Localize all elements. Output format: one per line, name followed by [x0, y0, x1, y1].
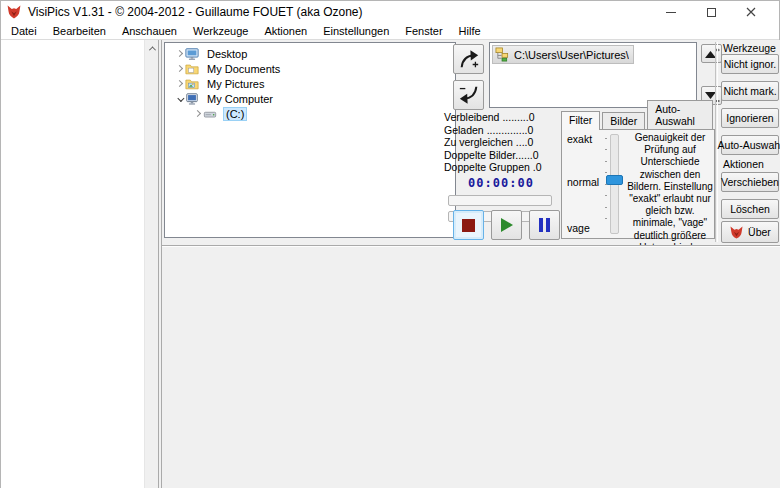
visipics-window: VisiPics V1.31 - © 2004-2012 - Guillaume… [0, 0, 780, 488]
title-bar: VisiPics V1.31 - © 2004-2012 - Guillaume… [1, 1, 779, 23]
stat-duplicate-images: Doppelte Bilder......0 [444, 149, 558, 162]
slider-label-vage: vage [567, 222, 590, 234]
minimize-icon [666, 12, 676, 13]
close-button[interactable] [731, 1, 771, 23]
menu-einstellungen[interactable]: Einstellungen [315, 23, 397, 39]
pictures-folder-icon [185, 77, 201, 91]
computer-icon [185, 92, 201, 106]
about-button[interactable]: Über [721, 221, 779, 243]
folder-tree[interactable]: Desktop My Documents My Pictures My Comp… [164, 42, 456, 238]
stat-remaining: Verbleibend .........0 [444, 111, 558, 124]
unmark-button[interactable]: Nicht mark. [721, 81, 779, 101]
arrow-down-left-minus-icon [458, 84, 480, 106]
auto-select-button[interactable]: Auto-Auswahl [721, 135, 779, 155]
documents-folder-icon [185, 62, 201, 76]
ignore-button[interactable]: Ignorieren [721, 108, 779, 128]
visipics-fox-icon [6, 4, 22, 20]
tree-item-my-documents[interactable]: My Documents [165, 61, 455, 76]
play-button[interactable] [491, 210, 522, 240]
preview-pane [162, 245, 780, 488]
chevron-down-icon[interactable] [173, 96, 185, 101]
chevron-right-icon[interactable] [173, 81, 185, 86]
progress-bar-loading [448, 195, 552, 206]
stat-loaded: Geladen ..............0 [444, 124, 558, 137]
folder-list-item[interactable]: C:\Users\User\Pictures\ [492, 45, 634, 64]
folder-path: C:\Users\User\Pictures\ [514, 49, 629, 61]
chevron-up-icon [148, 46, 155, 53]
drive-icon [203, 107, 219, 121]
pause-button[interactable] [529, 210, 560, 240]
delete-button[interactable]: Löschen [721, 199, 779, 219]
menu-bearbeiten[interactable]: Bearbeiten [45, 23, 114, 39]
play-icon [501, 218, 513, 232]
about-button-label: Über [748, 226, 771, 238]
statistics-panel: Verbleibend .........0 Geladen .........… [444, 111, 558, 222]
window-title: VisiPics V1.31 - © 2004-2012 - Guillaume… [28, 5, 363, 19]
results-pane [1, 40, 144, 488]
pause-icon [539, 218, 550, 232]
stat-to-compare: Zu vergleichen ....0 [444, 136, 558, 149]
unignore-button[interactable]: Nicht ignor. [721, 54, 779, 74]
elapsed-timer: 00:00:00 [444, 176, 558, 190]
tree-item-label: (C:) [223, 107, 247, 121]
filter-tab-panel: exakt normal vage Genauigkeit der Prüfun… [561, 129, 715, 239]
stat-duplicate-groups: Doppelte Gruppen .0 [444, 161, 558, 174]
maximize-button[interactable] [691, 1, 731, 23]
folder-list[interactable]: C:\Users\User\Pictures\ [489, 42, 697, 108]
tools-group-label: Werkzeuge [723, 42, 776, 54]
window-controls [651, 1, 771, 23]
move-up-button[interactable] [701, 44, 722, 63]
tab-filter[interactable]: Filter [561, 111, 600, 130]
maximize-icon [707, 8, 716, 17]
stop-icon [462, 219, 475, 232]
close-icon [746, 7, 756, 17]
tab-bilder[interactable]: Bilder [602, 112, 645, 129]
vertical-scrollbar[interactable] [144, 40, 158, 488]
settings-tabs: Filter Bilder Auto-Auswahl [561, 111, 715, 129]
tree-item-label: My Pictures [205, 78, 266, 90]
filter-help-text: Genauigkeit der Prüfung auf Unterschiede… [626, 132, 714, 236]
remove-folder-button[interactable] [453, 80, 484, 110]
menu-aktionen[interactable]: Aktionen [256, 23, 315, 39]
tree-item-desktop[interactable]: Desktop [165, 46, 455, 61]
folder-tree-icon [495, 47, 510, 62]
tree-item-my-pictures[interactable]: My Pictures [165, 76, 455, 91]
precision-slider-handle[interactable] [606, 175, 623, 185]
visipics-fox-icon [729, 225, 744, 240]
menu-bar: Datei Bearbeiten Anschauen Werkzeuge Akt… [1, 23, 779, 40]
actions-group-label: Aktionen [723, 158, 764, 170]
tab-auto-auswahl[interactable]: Auto-Auswahl [647, 100, 713, 129]
chevron-right-icon[interactable] [191, 111, 203, 116]
desktop-icon [185, 47, 201, 61]
arrow-up-right-plus-icon [458, 48, 480, 70]
minimize-button[interactable] [651, 1, 691, 23]
tree-item-label: Desktop [205, 48, 249, 60]
chevron-right-icon[interactable] [173, 51, 185, 56]
menu-anschauen[interactable]: Anschauen [114, 23, 185, 39]
tree-item-label: My Documents [205, 63, 282, 75]
slider-label-exakt: exakt [567, 133, 592, 145]
stop-button[interactable] [453, 210, 484, 240]
menu-werkzeuge[interactable]: Werkzeuge [185, 23, 256, 39]
menu-datei[interactable]: Datei [3, 23, 45, 39]
tree-item-c-drive[interactable]: (C:) [165, 106, 455, 121]
slider-label-normal: normal [567, 176, 599, 188]
chevron-right-icon[interactable] [173, 66, 185, 71]
menu-hilfe[interactable]: Hilfe [451, 23, 489, 39]
tree-item-label: My Computer [205, 93, 275, 105]
move-button[interactable]: Verschieben [721, 172, 779, 192]
scroll-up-button[interactable] [145, 40, 159, 56]
tree-item-my-computer[interactable]: My Computer [165, 91, 455, 106]
menu-fenster[interactable]: Fenster [397, 23, 450, 39]
add-folder-button[interactable] [453, 44, 484, 74]
main-region: Desktop My Documents My Pictures My Comp… [162, 40, 780, 488]
